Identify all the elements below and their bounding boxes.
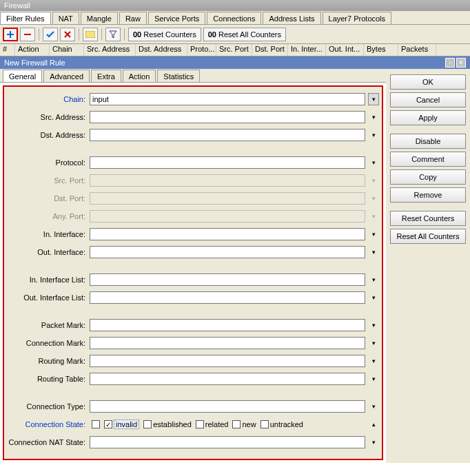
column-header[interactable]: In. Inter... — [288, 44, 326, 56]
copy-button[interactable]: Copy — [390, 169, 466, 185]
routing-table-label: Routing Table: — [4, 375, 90, 383]
column-header[interactable]: # — [0, 44, 15, 56]
main-tabbar: Filter RulesNATMangleRawService PortsCon… — [0, 11, 470, 25]
any-port-expand[interactable]: ▾ — [368, 210, 379, 223]
out-interface-expand[interactable]: ▾ — [368, 246, 379, 258]
any-port-label: Any. Port: — [4, 212, 90, 220]
dialog-tab-general[interactable]: General — [3, 70, 42, 82]
disable-button[interactable] — [60, 28, 75, 41]
column-header[interactable]: Src. Address — [84, 44, 136, 56]
main-tab-layer7-protocols[interactable]: Layer7 Protocols — [323, 12, 392, 24]
firewall-window-title: Firewall — [0, 0, 470, 11]
main-tab-connections[interactable]: Connections — [207, 12, 261, 24]
x-icon — [63, 30, 72, 39]
column-header[interactable]: Proto... — [187, 44, 216, 56]
chain-dropdown[interactable]: ▾ — [368, 93, 379, 105]
routing-table-expand[interactable]: ▾ — [368, 373, 379, 385]
column-header[interactable]: Action — [15, 44, 50, 56]
comment-button[interactable] — [83, 28, 98, 41]
connection-nat-state-expand[interactable]: ▾ — [368, 436, 379, 448]
in-interface-input[interactable] — [90, 228, 365, 240]
src-address-expand[interactable]: ▾ — [368, 111, 379, 123]
reset-all-counters-button[interactable]: Reset All Counters — [390, 229, 466, 244]
chevron-down-icon: ▾ — [372, 294, 376, 301]
routing-table-input[interactable] — [90, 373, 365, 385]
column-header[interactable]: Dst. Port — [252, 44, 288, 56]
reset-counters-button[interactable]: Reset Counters — [390, 211, 466, 226]
ok-button[interactable]: OK — [390, 74, 466, 90]
main-tab-raw[interactable]: Raw — [119, 12, 147, 24]
main-tab-filter-rules[interactable]: Filter Rules — [0, 12, 51, 24]
in-interface-label: In. Interface: — [4, 230, 90, 238]
src-port-expand[interactable]: ▾ — [368, 174, 379, 187]
dst-address-expand[interactable]: ▾ — [368, 129, 379, 141]
dialog-tab-advanced[interactable]: Advanced — [43, 70, 90, 82]
column-header[interactable]: Bytes — [364, 44, 398, 56]
packet-mark-input[interactable] — [90, 319, 365, 331]
in-interface-list-expand[interactable]: ▾ — [368, 273, 379, 286]
column-header[interactable]: Out. Int... — [326, 44, 364, 56]
src-port-input — [90, 174, 365, 187]
out-interface-list-input[interactable] — [90, 291, 365, 304]
separator — [101, 28, 102, 41]
close-button[interactable]: ✕ — [456, 58, 466, 68]
chevron-up-icon: ▴ — [372, 421, 376, 428]
src-address-input[interactable] — [90, 111, 365, 123]
connection-state-negate-checkbox[interactable] — [92, 420, 100, 428]
chevron-down-icon: ▾ — [372, 403, 376, 410]
column-header[interactable]: Src. Port — [216, 44, 252, 56]
remove-button[interactable] — [20, 28, 35, 41]
enable-button[interactable] — [43, 28, 58, 41]
routing-mark-input[interactable] — [90, 355, 365, 367]
protocol-expand[interactable]: ▾ — [368, 156, 379, 169]
packet-mark-expand[interactable]: ▾ — [368, 319, 379, 331]
dialog-tab-statistics[interactable]: Statistics — [157, 70, 200, 82]
conn-state-invalid-checkbox[interactable] — [104, 420, 112, 428]
comment-button[interactable]: Comment — [390, 152, 466, 167]
dialog-tab-extra[interactable]: Extra — [91, 70, 121, 82]
chevron-down-icon: ▾ — [372, 96, 376, 103]
conn-state-new-checkbox[interactable] — [232, 420, 241, 428]
connection-state-group: invalidestablishedrelatednewuntracked — [90, 418, 365, 431]
dst-port-expand[interactable]: ▾ — [368, 192, 379, 205]
connection-mark-expand[interactable]: ▾ — [368, 337, 379, 349]
connection-mark-input[interactable] — [90, 337, 365, 349]
reset-counters-button[interactable]: 00Reset Counters — [128, 28, 201, 41]
conn-state-established-checkbox[interactable] — [143, 420, 152, 428]
apply-button[interactable]: Apply — [390, 110, 466, 125]
connection-type-expand[interactable]: ▾ — [368, 400, 379, 413]
out-interface-input[interactable] — [90, 246, 365, 258]
chevron-down-icon: ▾ — [372, 322, 376, 329]
main-tab-address-lists[interactable]: Address Lists — [263, 12, 320, 24]
connection-nat-state-input[interactable] — [90, 436, 365, 448]
dialog-tab-action[interactable]: Action — [123, 70, 156, 82]
disable-button[interactable]: Disable — [390, 134, 466, 149]
in-interface-expand[interactable]: ▾ — [368, 228, 379, 240]
connection-type-input[interactable] — [90, 400, 365, 413]
column-header[interactable]: Packets — [398, 44, 436, 56]
close-icon: ✕ — [458, 59, 464, 66]
out-interface-list-expand[interactable]: ▾ — [368, 291, 379, 304]
main-tab-service-ports[interactable]: Service Ports — [148, 12, 205, 24]
chain-input[interactable] — [90, 93, 365, 105]
in-interface-list-input[interactable] — [90, 273, 365, 286]
column-header[interactable]: Chain — [50, 44, 84, 56]
filter-button[interactable] — [105, 28, 121, 41]
conn-state-related-checkbox[interactable] — [196, 420, 204, 428]
column-header[interactable]: Dst. Address — [136, 44, 187, 56]
protocol-input[interactable] — [90, 156, 365, 169]
add-button[interactable] — [3, 28, 18, 41]
routing-mark-expand[interactable]: ▾ — [368, 355, 379, 367]
main-tab-mangle[interactable]: Mangle — [81, 12, 118, 24]
dst-address-input[interactable] — [90, 129, 365, 141]
connection-state-collapse[interactable]: ▴ — [368, 418, 379, 431]
minimize-button[interactable]: ▫ — [445, 58, 455, 68]
chain-label: Chain: — [4, 95, 90, 103]
remove-button[interactable]: Remove — [390, 187, 466, 203]
cancel-button[interactable]: Cancel — [390, 92, 466, 107]
main-tab-nat[interactable]: NAT — [52, 12, 79, 24]
check-icon — [46, 30, 54, 39]
dst-port-label: Dst. Port: — [4, 194, 90, 203]
reset-all-counters-button[interactable]: 00Reset All Counters — [203, 28, 286, 41]
conn-state-untracked-checkbox[interactable] — [260, 420, 269, 428]
